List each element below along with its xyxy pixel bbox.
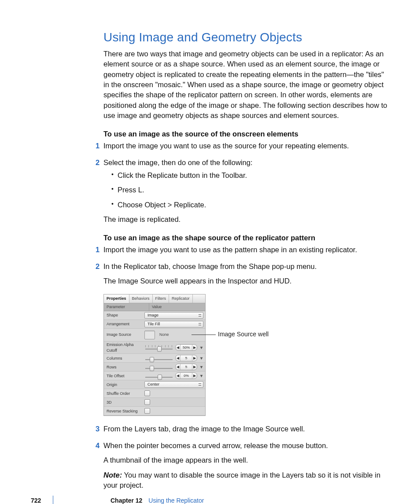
shuffle-checkbox[interactable] — [144, 390, 150, 396]
param-menu-icon[interactable]: ▾ — [199, 345, 203, 351]
page-number: 722 — [31, 497, 53, 504]
step-number: 1 — [96, 141, 99, 151]
header-parameter: Parameter — [104, 303, 149, 311]
row-3d: 3D — [104, 398, 205, 407]
procedure-1-title: To use an image as the source of the ons… — [103, 129, 389, 139]
image-source-well[interactable] — [144, 331, 155, 339]
callout-leader-line — [192, 335, 216, 335]
image-source-value: None — [159, 332, 169, 338]
tab-replicator[interactable]: Replicator — [169, 294, 193, 303]
row-origin: Origin Center — [104, 380, 205, 389]
inspector-figure: Properties Behaviors Filters Replicator … — [103, 294, 389, 415]
param-menu-icon[interactable]: ▾ — [199, 355, 203, 361]
row-reverse-stacking: Reverse Stacking — [104, 407, 205, 416]
arrangement-popup[interactable]: Tile Fill — [144, 321, 203, 327]
param-menu-icon[interactable]: ▾ — [199, 373, 203, 379]
row-image-source: Image Source None — [104, 329, 205, 342]
header-value: Value — [149, 303, 205, 311]
note-body: You may want to disable the source image… — [103, 471, 380, 489]
note-label: Note: — [103, 471, 122, 479]
origin-popup[interactable]: Center — [144, 381, 203, 388]
reverse-stacking-checkbox[interactable] — [144, 408, 150, 414]
step-text: When the pointer becomes a curved arrow,… — [103, 441, 328, 449]
columns-slider[interactable] — [144, 355, 173, 361]
chevron-left-icon[interactable]: ◀ — [176, 345, 180, 350]
param-label: Columns — [106, 356, 144, 361]
rows-stepper[interactable]: ◀ 5 ▶ — [175, 364, 197, 370]
step-text: From the Layers tab, drag the image to t… — [103, 425, 305, 433]
column-headers: Parameter Value — [104, 303, 205, 311]
tab-filters[interactable]: Filters — [153, 294, 169, 303]
procedure-2-title: To use an image as the shape source of t… — [103, 233, 389, 243]
footer-divider — [53, 496, 53, 504]
tab-properties[interactable]: Properties — [104, 294, 129, 303]
param-label: Rows — [106, 364, 144, 370]
note-paragraph: Note: You may want to disable the source… — [103, 470, 389, 491]
step-number: 2 — [96, 158, 99, 168]
columns-value: 5 — [180, 355, 192, 361]
step-number: 3 — [96, 424, 99, 434]
param-label: Tile Offset — [106, 373, 144, 379]
param-label: Image Source — [106, 332, 144, 338]
callout-label: Image Source well — [218, 330, 269, 339]
bullet-item: Choose Object > Replicate. — [111, 200, 389, 210]
param-label: Shuffle Order — [106, 391, 144, 397]
page: Using Image and Geometry Objects There a… — [0, 0, 420, 504]
chapter-title: Using the Replicator — [148, 497, 204, 504]
rows-slider[interactable] — [144, 364, 173, 370]
param-label: Shape — [106, 313, 144, 318]
eac-slider[interactable] — [144, 345, 173, 351]
bullet-item: Click the Replicate button in the Toolba… — [111, 170, 389, 180]
inspector-panel: Properties Behaviors Filters Replicator … — [103, 294, 206, 416]
step-number: 1 — [96, 245, 99, 255]
chevron-left-icon[interactable]: ◀ — [176, 373, 180, 378]
chevron-right-icon[interactable]: ▶ — [192, 373, 197, 378]
procedure-1-steps: 1 Import the image you want to use as th… — [103, 141, 389, 225]
step-result: The image is replicated. — [103, 214, 389, 224]
step-result: A thumbnail of the image appears in the … — [103, 455, 389, 465]
page-footer: 722 Chapter 12 Using the Replicator — [31, 496, 389, 504]
step-text: Select the image, then do one of the fol… — [103, 158, 252, 166]
chapter-label: Chapter 12 — [111, 497, 142, 504]
bullet-list: Click the Replicate button in the Toolba… — [111, 170, 389, 210]
row-columns: Columns ◀ 5 ▶ — [104, 354, 205, 363]
row-tile-offset: Tile Offset ◀ 0% ▶ — [104, 372, 205, 380]
tab-bar: Properties Behaviors Filters Replicator — [104, 294, 205, 303]
chevron-right-icon[interactable]: ▶ — [192, 356, 197, 361]
row-rows: Rows ◀ 5 ▶ — [104, 363, 205, 372]
3d-checkbox[interactable] — [144, 399, 150, 405]
bullet-item: Press L. — [111, 185, 389, 195]
param-label: Arrangement — [106, 321, 144, 327]
chevron-left-icon[interactable]: ◀ — [176, 364, 180, 369]
row-arrangement: Arrangement Tile Fill — [104, 320, 205, 329]
rows-value: 5 — [180, 364, 192, 370]
param-label: Reverse Stacking — [106, 408, 144, 414]
param-label: Origin — [106, 382, 144, 388]
step-number: 4 — [96, 441, 99, 451]
step-text: Import the image you want to use as the … — [103, 142, 349, 150]
row-emission-alpha-cutoff: Emission Alpha Cutoff — [104, 342, 205, 354]
eac-stepper[interactable]: ◀ 50% ▶ — [175, 344, 197, 351]
eac-value: 50% — [180, 345, 192, 350]
step-text: In the Replicator tab, choose Image from… — [103, 262, 317, 270]
columns-stepper[interactable]: ◀ 5 ▶ — [175, 355, 197, 361]
step-text: Import the image you want to use as the … — [103, 246, 357, 254]
content-column: Using Image and Geometry Objects There a… — [103, 29, 389, 490]
tile-offset-value: 0% — [180, 373, 192, 379]
section-heading: Using Image and Geometry Objects — [103, 29, 389, 46]
intro-paragraph: There are two ways that image and geomet… — [103, 49, 389, 121]
row-shuffle-order: Shuffle Order — [104, 389, 205, 398]
tile-offset-stepper[interactable]: ◀ 0% ▶ — [175, 372, 197, 379]
param-label: 3D — [106, 400, 144, 405]
row-shape: Shape Image — [104, 311, 205, 320]
chevron-right-icon[interactable]: ▶ — [192, 345, 197, 350]
procedure-2-steps: 1 Import the image you want to use as th… — [103, 245, 389, 490]
tile-offset-slider[interactable] — [144, 373, 173, 379]
param-menu-icon[interactable]: ▾ — [199, 364, 203, 370]
tab-behaviors[interactable]: Behaviors — [129, 294, 153, 303]
chevron-left-icon[interactable]: ◀ — [176, 356, 180, 361]
shape-popup[interactable]: Image — [144, 312, 203, 319]
step-result: The Image Source well appears in the Ins… — [103, 276, 389, 286]
chevron-right-icon[interactable]: ▶ — [192, 364, 197, 369]
step-number: 2 — [96, 261, 99, 272]
